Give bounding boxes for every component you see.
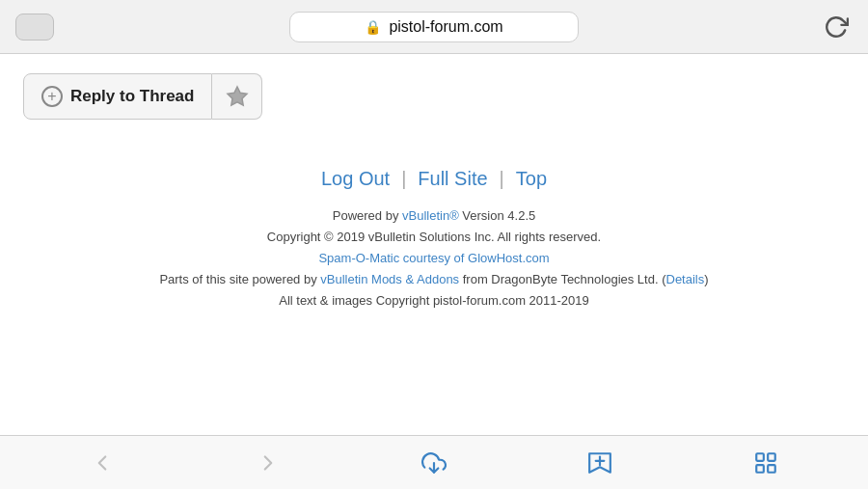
- svg-rect-4: [768, 453, 775, 461]
- top-link[interactable]: Top: [516, 168, 547, 190]
- bookmarks-button[interactable]: [579, 442, 621, 484]
- parts-end: ): [704, 272, 708, 286]
- spam-link[interactable]: Spam-O-Matic courtesy of GlowHost.com: [318, 251, 549, 265]
- powered-by-prefix: Powered by: [333, 208, 402, 223]
- powered-by-line: Powered by vBulletin® Version 4.2.5: [23, 205, 845, 227]
- separator-2: |: [500, 168, 504, 190]
- spam-line: Spam-O-Matic courtesy of GlowHost.com: [23, 248, 845, 269]
- all-rights-line: All text & images Copyright pistol-forum…: [23, 290, 845, 312]
- star-button[interactable]: [212, 73, 262, 120]
- vbulletin-link[interactable]: vBulletin®: [402, 208, 459, 223]
- logout-link[interactable]: Log Out: [321, 168, 390, 190]
- reply-area: + Reply to Thread: [23, 73, 845, 120]
- parts-line: Parts of this site powered by vBulletin …: [23, 269, 845, 290]
- plus-icon: +: [41, 86, 63, 107]
- svg-rect-6: [768, 465, 775, 473]
- url-back-placeholder: [15, 14, 54, 41]
- details-link[interactable]: Details: [666, 272, 705, 286]
- parts-prefix: Parts of this site powered by: [159, 272, 320, 286]
- footer-links: Log Out | Full Site | Top: [23, 168, 845, 190]
- separator-1: |: [401, 168, 406, 190]
- footer-text: Powered by vBulletin® Version 4.2.5 Copy…: [23, 205, 845, 312]
- svg-rect-3: [756, 453, 764, 461]
- url-text: pistol-forum.com: [389, 18, 502, 36]
- vbmods-link[interactable]: vBulletin Mods & Addons: [320, 272, 459, 286]
- forward-button[interactable]: [247, 442, 289, 484]
- back-button[interactable]: [81, 442, 123, 484]
- reply-button-label: Reply to Thread: [70, 87, 194, 106]
- svg-rect-5: [756, 465, 764, 473]
- tabs-button[interactable]: [745, 442, 787, 484]
- reload-button[interactable]: [824, 14, 849, 40]
- reply-to-thread-button[interactable]: + Reply to Thread: [23, 73, 212, 120]
- fullsite-link[interactable]: Full Site: [418, 168, 487, 190]
- address-bar[interactable]: 🔒 pistol-forum.com: [289, 12, 579, 42]
- lock-icon: 🔒: [365, 19, 381, 35]
- browser-chrome: 🔒 pistol-forum.com: [0, 0, 868, 54]
- share-button[interactable]: [413, 442, 455, 484]
- copyright-line: Copyright © 2019 vBulletin Solutions Inc…: [23, 227, 845, 248]
- parts-suffix: from DragonByte Technologies Ltd. (: [459, 272, 665, 286]
- main-content: + Reply to Thread Log Out | Full Site | …: [0, 54, 868, 435]
- version-text: Version 4.2.5: [459, 208, 536, 223]
- ios-toolbar: [0, 435, 868, 489]
